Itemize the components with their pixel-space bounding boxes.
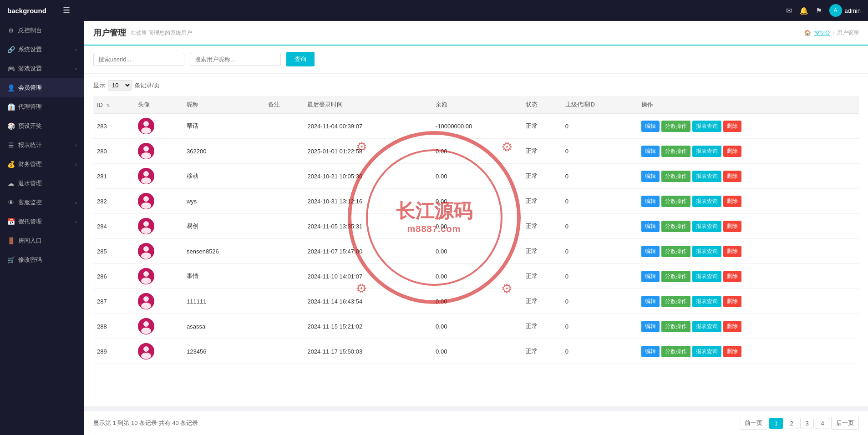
cell-parent-agent: 0 <box>562 239 638 264</box>
pagination-buttons: 前一页 1 2 3 4 后一页 <box>740 417 859 430</box>
flag-icon[interactable]: ⚑ <box>816 6 822 15</box>
sidebar-item-game-settings[interactable]: 🎮 游戏设置 ‹ <box>0 59 84 78</box>
edit-button[interactable]: 编辑 <box>641 196 660 207</box>
table-head: ID ⇅ 头像 昵称 备注 最后登录时间 余额 状态 上级代理ID 操作 <box>93 96 859 114</box>
sidebar-item-finance-management[interactable]: 💰 财务管理 ‹ <box>0 155 84 174</box>
score-button[interactable]: 分数操作 <box>661 321 690 332</box>
report-button[interactable]: 报表查询 <box>692 296 721 307</box>
col-parent-agent: 上级代理ID <box>562 96 638 114</box>
edit-button[interactable]: 编辑 <box>641 221 660 232</box>
score-button[interactable]: 分数操作 <box>661 271 690 282</box>
cell-actions: 编辑 分数操作 报表查询 删除 <box>638 339 859 364</box>
report-button[interactable]: 报表查询 <box>692 146 721 157</box>
delete-button[interactable]: 删除 <box>723 296 741 307</box>
per-page-select[interactable]: 102050100 <box>108 80 132 91</box>
edit-button[interactable]: 编辑 <box>641 171 660 182</box>
sidebar-item-holiday-management[interactable]: 📅 假托管理 ‹ <box>0 212 84 231</box>
cell-status: 正常 <box>522 214 562 239</box>
delete-button[interactable]: 删除 <box>723 221 741 232</box>
table-row: 287 111111 2024-11-14 16:43:54 0.00 正常 0… <box>93 289 859 314</box>
sidebar-item-customer-monitor[interactable]: 👁 客服监控 ‹ <box>0 193 84 212</box>
edit-button[interactable]: 编辑 <box>641 271 660 282</box>
query-button[interactable]: 查询 <box>286 52 315 66</box>
edit-button[interactable]: 编辑 <box>641 121 660 132</box>
cell-notes <box>264 139 304 164</box>
edit-button[interactable]: 编辑 <box>641 246 660 257</box>
report-button[interactable]: 报表查询 <box>692 221 721 232</box>
report-button[interactable]: 报表查询 <box>692 246 721 257</box>
edit-button[interactable]: 编辑 <box>641 146 660 157</box>
report-button[interactable]: 报表查询 <box>692 171 721 182</box>
report-button[interactable]: 报表查询 <box>692 121 721 132</box>
report-button[interactable]: 报表查询 <box>692 321 721 332</box>
score-button[interactable]: 分数操作 <box>661 146 690 157</box>
prev-page-button[interactable]: 前一页 <box>740 417 767 430</box>
search-userid-input[interactable] <box>93 53 184 66</box>
sidebar-item-agent-management[interactable]: 👔 代理管理 <box>0 97 84 116</box>
cell-nickname: 362200 <box>183 139 264 164</box>
cell-id: 282 <box>93 189 134 214</box>
per-page-prefix: 显示 <box>93 81 105 90</box>
edit-button[interactable]: 编辑 <box>641 346 660 357</box>
sidebar-item-dashboard[interactable]: ⚙ 总控制台 <box>0 21 84 40</box>
delete-button[interactable]: 删除 <box>723 171 741 182</box>
breadcrumb-home-link[interactable]: 控制台 <box>814 29 830 37</box>
delete-button[interactable]: 删除 <box>723 121 741 132</box>
sidebar-item-report-stats[interactable]: ☰ 报表统计 ‹ <box>0 136 84 155</box>
pagination-summary: 显示第 1 到第 10 条记录 共有 40 条记录 <box>93 419 198 427</box>
page-btn-3[interactable]: 3 <box>800 418 814 429</box>
sidebar-item-system-settings[interactable]: 🔗 系统设置 ‹ <box>0 40 84 59</box>
menu-toggle-icon[interactable]: ☰ <box>63 5 70 15</box>
sidebar-icon-rebate-management: ☁ <box>7 180 15 187</box>
cell-nickname: sensen8526 <box>183 239 264 264</box>
report-button[interactable]: 报表查询 <box>692 271 721 282</box>
page-btn-1[interactable]: 1 <box>769 418 783 429</box>
page-btn-4[interactable]: 4 <box>816 418 829 429</box>
bell-icon[interactable]: 🔔 <box>799 6 808 15</box>
score-button[interactable]: 分数操作 <box>661 296 690 307</box>
page-btn-2[interactable]: 2 <box>785 418 798 429</box>
edit-button[interactable]: 编辑 <box>641 296 660 307</box>
score-button[interactable]: 分数操作 <box>661 221 690 232</box>
sidebar-item-rebate-management[interactable]: ☁ 返水管理 <box>0 174 84 193</box>
delete-button[interactable]: 删除 <box>723 271 741 282</box>
table-row: 282 wys 2024-10-31 13:12:16 0.00 正常 0 编辑… <box>93 189 859 214</box>
delete-button[interactable]: 删除 <box>723 346 741 357</box>
score-button[interactable]: 分数操作 <box>661 196 690 207</box>
sidebar-icon-finance-management: 💰 <box>7 161 15 168</box>
edit-button[interactable]: 编辑 <box>641 321 660 332</box>
user-avatar <box>138 268 154 284</box>
sidebar-icon-agent-management: 👔 <box>7 103 15 111</box>
delete-button[interactable]: 删除 <box>723 146 741 157</box>
action-buttons: 编辑 分数操作 报表查询 删除 <box>641 121 855 132</box>
sidebar-item-change-password[interactable]: 🛒 修改密码 <box>0 250 84 269</box>
delete-button[interactable]: 删除 <box>723 321 741 332</box>
sidebar-label-agent-management: 代理管理 <box>18 103 77 111</box>
cell-notes <box>264 214 304 239</box>
score-button[interactable]: 分数操作 <box>661 346 690 357</box>
score-button[interactable]: 分数操作 <box>661 246 690 257</box>
cell-balance: 0.00 <box>432 314 522 339</box>
delete-button[interactable]: 删除 <box>723 246 741 257</box>
sidebar-item-room-entry[interactable]: 🚪 房间入口 <box>0 231 84 250</box>
cell-notes <box>264 289 304 314</box>
admin-info[interactable]: A admin <box>829 4 861 17</box>
score-button[interactable]: 分数操作 <box>661 171 690 182</box>
report-button[interactable]: 报表查询 <box>692 346 721 357</box>
user-avatar <box>138 143 154 159</box>
delete-button[interactable]: 删除 <box>723 196 741 207</box>
pagination-bar: 显示第 1 到第 10 条记录 共有 40 条记录 前一页 1 2 3 4 后一… <box>84 411 868 435</box>
next-page-button[interactable]: 后一页 <box>831 417 859 430</box>
search-username-input[interactable] <box>190 53 281 66</box>
cell-actions: 编辑 分数操作 报表查询 删除 <box>638 139 859 164</box>
main-layout: ⚙ 总控制台 🔗 系统设置 ‹ 🎮 游戏设置 ‹ 👤 会员管理 👔 代理管理 🎲… <box>0 21 868 435</box>
status-badge: 正常 <box>526 348 538 354</box>
sidebar-item-preset-open[interactable]: 🎲 预设开奖 <box>0 116 84 136</box>
cell-nickname: 123456 <box>183 339 264 364</box>
email-icon[interactable]: ✉ <box>786 6 792 15</box>
content-area: 用户管理 在这里 管理您的系统用户 🏠 控制台 / 用户管理 查询 显示 102… <box>84 21 868 435</box>
score-button[interactable]: 分数操作 <box>661 121 690 132</box>
sidebar-item-member-management[interactable]: 👤 会员管理 <box>0 78 84 97</box>
sidebar-icon-system-settings: 🔗 <box>7 46 15 53</box>
report-button[interactable]: 报表查询 <box>692 196 721 207</box>
